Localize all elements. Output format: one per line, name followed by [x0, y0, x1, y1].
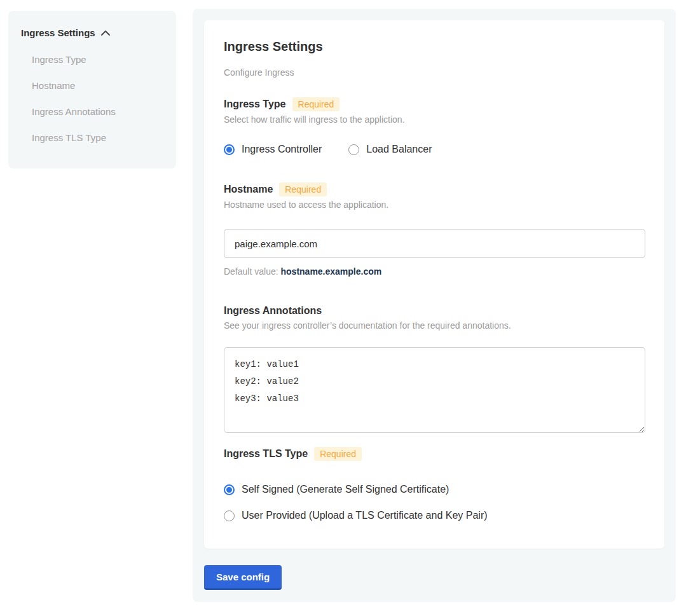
hostname-input[interactable]	[224, 229, 645, 258]
radio-label: Load Balancer	[366, 144, 432, 155]
radio-unselected-icon[interactable]	[224, 510, 235, 521]
default-value-prefix: Default value:	[224, 266, 278, 277]
required-badge: Required	[314, 447, 362, 461]
radio-option-load-balancer[interactable]: Load Balancer	[348, 144, 432, 155]
page-subtitle: Configure Ingress	[224, 67, 645, 78]
tls-type-options: Self Signed (Generate Self Signed Certif…	[224, 484, 645, 521]
radio-option-user-provided[interactable]: User Provided (Upload a TLS Certificate …	[224, 510, 645, 521]
hostname-default-line: Default value: hostname.example.com	[224, 266, 645, 277]
radio-unselected-icon[interactable]	[348, 144, 359, 155]
radio-selected-icon[interactable]	[224, 484, 235, 495]
save-config-button[interactable]: Save config	[204, 565, 282, 590]
radio-selected-icon[interactable]	[224, 144, 235, 155]
sidebar-item-ingress-type[interactable]: Ingress Type	[32, 54, 163, 65]
group-ingress-type: Ingress Type Required Select how traffic…	[224, 97, 645, 155]
group-label-ingress-annotations: Ingress Annotations	[224, 305, 322, 317]
config-panel: Ingress Settings Configure Ingress Ingre…	[193, 9, 676, 602]
sidebar-group-title: Ingress Settings	[21, 27, 95, 38]
group-label-hostname: Hostname	[224, 183, 273, 196]
group-ingress-tls-type: Ingress TLS Type Required Self Signed (G…	[224, 447, 645, 521]
page-title: Ingress Settings	[224, 39, 645, 54]
default-value: hostname.example.com	[281, 266, 382, 277]
required-badge: Required	[279, 182, 327, 196]
config-card: Ingress Settings Configure Ingress Ingre…	[204, 20, 664, 549]
radio-label: User Provided (Upload a TLS Certificate …	[242, 510, 488, 521]
radio-option-ingress-controller[interactable]: Ingress Controller	[224, 144, 322, 155]
group-hostname: Hostname Required Hostname used to acces…	[224, 182, 645, 277]
sidebar-item-ingress-tls-type[interactable]: Ingress TLS Type	[32, 132, 163, 143]
group-help-ingress-type: Select how traffic will ingress to the a…	[224, 114, 645, 125]
group-label-ingress-type: Ingress Type	[224, 98, 286, 111]
group-ingress-annotations: Ingress Annotations See your ingress con…	[224, 305, 645, 433]
group-help-ingress-annotations: See your ingress controller’s documentat…	[224, 320, 645, 331]
sidebar-item-hostname[interactable]: Hostname	[32, 80, 163, 91]
ingress-annotations-textarea[interactable]: key1: value1 key2: value2 key3: value3	[224, 347, 645, 433]
radio-label: Self Signed (Generate Self Signed Certif…	[242, 484, 449, 495]
radio-label: Ingress Controller	[242, 144, 322, 155]
group-help-hostname: Hostname used to access the application.	[224, 200, 645, 210]
ingress-type-options: Ingress Controller Load Balancer	[224, 144, 645, 155]
chevron-up-icon	[100, 29, 111, 37]
sidebar-group-ingress-settings[interactable]: Ingress Settings	[21, 27, 163, 38]
sidebar-item-ingress-annotations[interactable]: Ingress Annotations	[32, 106, 163, 117]
sidebar-item-list: Ingress Type Hostname Ingress Annotation…	[32, 54, 163, 143]
required-badge: Required	[292, 97, 340, 111]
config-sidebar: Ingress Settings Ingress Type Hostname I…	[8, 11, 176, 168]
group-label-ingress-tls-type: Ingress TLS Type	[224, 448, 308, 460]
radio-option-self-signed[interactable]: Self Signed (Generate Self Signed Certif…	[224, 484, 645, 495]
